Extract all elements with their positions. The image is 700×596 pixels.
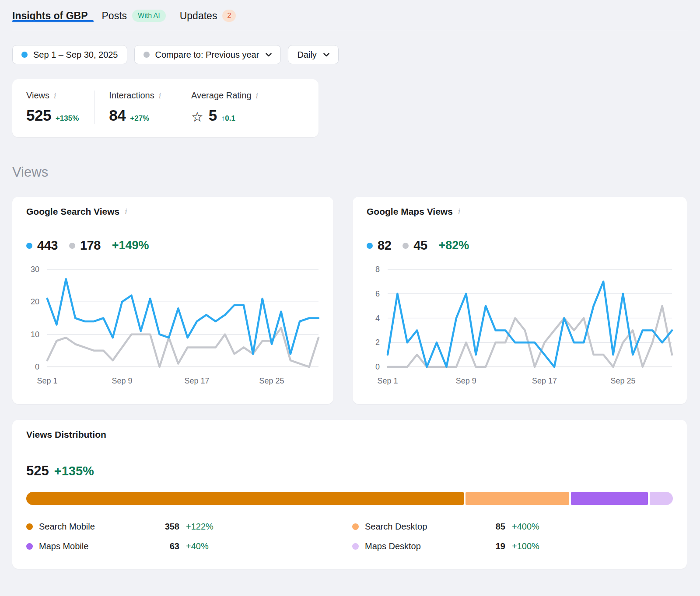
maps-mobile-dot: [26, 543, 33, 550]
search-previous-total: 178: [80, 238, 101, 253]
maps-desktop-dot: [352, 543, 359, 550]
granularity-label: Daily: [297, 50, 316, 60]
views-distribution-card: Views Distribution 525 +135% Search Mobi…: [12, 420, 687, 569]
svg-text:Sep 25: Sep 25: [259, 376, 284, 385]
svg-text:Sep 9: Sep 9: [456, 376, 476, 385]
maps-previous-total: 45: [413, 238, 427, 253]
distribution-segment-search-desktop[interactable]: [466, 492, 569, 505]
maps-mobile-value: 63: [144, 541, 179, 551]
svg-text:6: 6: [375, 289, 380, 298]
info-icon[interactable]: i: [159, 91, 161, 101]
search-mobile-dot: [26, 523, 33, 530]
maps-current-total: 82: [378, 238, 391, 253]
compare-to-dropdown[interactable]: Compare to: Previous year: [134, 45, 281, 64]
info-icon[interactable]: i: [458, 207, 460, 216]
views-value: 525: [26, 107, 51, 124]
svg-text:Sep 1: Sep 1: [377, 376, 398, 385]
tab-posts-label: Posts: [102, 10, 127, 22]
distribution-segment-search-mobile[interactable]: [26, 492, 464, 505]
svg-text:Sep 25: Sep 25: [610, 376, 635, 385]
average-rating-label: Average Rating: [191, 91, 252, 101]
search-views-chart[interactable]: 0102030Sep 1Sep 9Sep 17Sep 25: [22, 255, 325, 389]
svg-text:Sep 9: Sep 9: [112, 376, 133, 385]
tab-insights-of-gbp[interactable]: Insights of GBP: [12, 10, 88, 22]
granularity-dropdown[interactable]: Daily: [288, 45, 338, 64]
views-label: Views: [26, 91, 49, 101]
svg-text:0: 0: [375, 362, 380, 371]
legend-row-maps-desktop: Maps Desktop 19 +100%: [352, 541, 687, 551]
svg-text:Sep 1: Sep 1: [37, 376, 57, 385]
date-range-picker[interactable]: Sep 1 – Sep 30, 2025: [12, 45, 127, 64]
distribution-segment-maps-mobile[interactable]: [571, 492, 648, 505]
svg-text:10: 10: [31, 330, 39, 339]
chevron-down-icon: [323, 53, 329, 57]
gbp-insights-page: Insights of GBP Posts With AI Updates 2 …: [0, 0, 700, 569]
average-rating-value: 5: [209, 107, 217, 124]
search-views-stats: 443 178 +149%: [26, 238, 333, 253]
views-section-title: Views: [12, 164, 688, 180]
svg-text:20: 20: [31, 297, 39, 306]
interactions-change: +27%: [130, 114, 149, 123]
distribution-total: 525: [26, 463, 49, 479]
current-series-dot: [367, 243, 373, 249]
search-desktop-value: 85: [470, 522, 505, 532]
previous-series-dot: [69, 243, 75, 249]
legend-row-maps-mobile: Maps Mobile 63 +40%: [26, 541, 352, 551]
chevron-down-icon: [266, 53, 272, 57]
info-icon[interactable]: i: [125, 207, 127, 216]
tab-posts[interactable]: Posts With AI: [102, 10, 166, 22]
summary-views: Views i 525 +135%: [12, 91, 94, 124]
distribution-segment-maps-desktop[interactable]: [650, 492, 673, 505]
info-icon[interactable]: i: [256, 91, 258, 101]
tab-updates[interactable]: Updates 2: [180, 10, 236, 22]
svg-text:8: 8: [375, 265, 380, 274]
current-series-dot: [26, 243, 32, 249]
search-desktop-dot: [352, 523, 359, 530]
search-views-title: Google Search Views: [26, 206, 119, 217]
distribution-legend: Search Mobile 358 +122% Maps Mobile 63 +…: [26, 522, 687, 551]
star-icon: ☆: [191, 109, 203, 125]
maps-views-title: Google Maps Views: [367, 206, 453, 217]
with-ai-badge: With AI: [132, 10, 166, 22]
tab-updates-label: Updates: [180, 10, 217, 22]
summary-average-rating: Average Rating i ☆ 5 ↑0.1: [177, 91, 274, 124]
search-mobile-value: 358: [144, 522, 179, 532]
search-change-percent: +149%: [112, 239, 149, 252]
search-mobile-label: Search Mobile: [39, 522, 95, 532]
compare-label: Compare to: Previous year: [155, 50, 259, 60]
legend-row-search-mobile: Search Mobile 358 +122%: [26, 522, 352, 532]
distribution-title: Views Distribution: [26, 429, 106, 440]
tab-bar: Insights of GBP Posts With AI Updates 2: [12, 10, 688, 30]
previous-series-dot: [402, 243, 409, 249]
active-tab-underline: [12, 20, 94, 22]
current-period-dot: [21, 52, 28, 58]
previous-period-dot: [144, 52, 150, 58]
views-change: +135%: [56, 114, 79, 123]
search-desktop-change: +400%: [512, 522, 687, 532]
charts-row: Google Search Views i 443 178 +149% 0102…: [12, 197, 688, 404]
summary-card: Views i 525 +135% Interactions i 84 +27%…: [12, 79, 318, 137]
info-icon[interactable]: i: [54, 91, 56, 101]
date-range-label: Sep 1 – Sep 30, 2025: [33, 50, 118, 60]
legend-row-search-desktop: Search Desktop 85 +400%: [352, 522, 687, 532]
svg-text:4: 4: [375, 314, 380, 323]
maps-views-stats: 82 45 +82%: [367, 238, 687, 253]
interactions-label: Interactions: [109, 91, 154, 101]
svg-text:2: 2: [375, 338, 380, 347]
google-search-views-card: Google Search Views i 443 178 +149% 0102…: [12, 197, 333, 404]
maps-mobile-change: +40%: [186, 541, 352, 551]
maps-views-chart[interactable]: 02468Sep 1Sep 9Sep 17Sep 25: [362, 255, 678, 389]
search-mobile-change: +122%: [186, 522, 352, 532]
svg-text:30: 30: [31, 265, 39, 274]
maps-desktop-change: +100%: [512, 541, 687, 551]
search-current-total: 443: [37, 238, 58, 253]
svg-text:0: 0: [35, 362, 39, 371]
updates-count-badge: 2: [222, 10, 236, 22]
distribution-change: +135%: [54, 464, 94, 478]
maps-desktop-value: 19: [470, 541, 505, 551]
maps-mobile-label: Maps Mobile: [39, 541, 88, 551]
average-rating-change: ↑0.1: [221, 114, 235, 123]
google-maps-views-card: Google Maps Views i 82 45 +82% 02468Sep …: [353, 197, 687, 404]
summary-interactions: Interactions i 84 +27%: [94, 91, 177, 124]
interactions-value: 84: [109, 107, 126, 124]
